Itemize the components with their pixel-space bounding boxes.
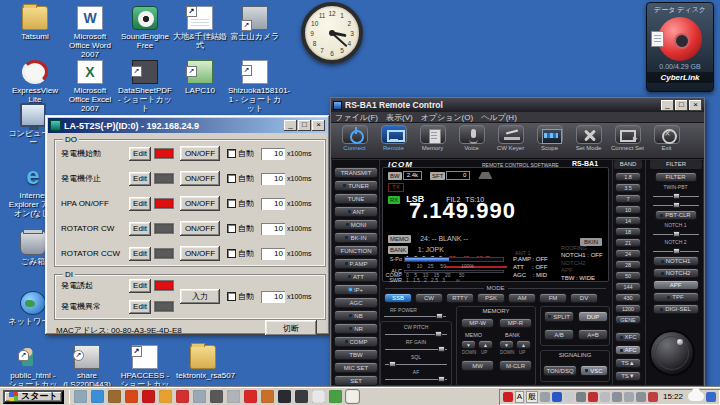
band-button[interactable]: 24 <box>615 249 641 258</box>
desktop-icon[interactable]: tektronix_rsa507 <box>176 345 230 380</box>
band-button[interactable]: 1.8 <box>615 172 641 181</box>
onoff-button[interactable]: ON/OFF <box>180 196 220 211</box>
mode-button[interactable]: RTTY <box>446 293 474 303</box>
slider-handle[interactable] <box>673 231 680 237</box>
tray-icon[interactable] <box>552 392 562 402</box>
quicklaunch-icon[interactable] <box>261 390 274 403</box>
radio-function-button[interactable]: TBW <box>334 349 378 360</box>
band-button[interactable]: 3.5 <box>615 183 641 192</box>
onoff-button[interactable]: ON/OFF <box>180 221 220 236</box>
quicklaunch-icon[interactable] <box>346 390 359 403</box>
radio-function-button[interactable]: ANT <box>334 206 378 217</box>
toolbar-button[interactable]: Exit <box>647 123 686 158</box>
quicklaunch-icon[interactable] <box>142 390 155 403</box>
cyberlink-gadget[interactable]: データ ディスク 0.00/4.29 GB CyberLink <box>646 2 714 92</box>
radio-function-button[interactable]: TUNER <box>334 180 378 191</box>
edit-button[interactable]: Edit <box>129 279 151 293</box>
tray-icon[interactable] <box>503 392 513 402</box>
toolbar-button[interactable]: Connect <box>335 123 374 158</box>
quicklaunch-icon[interactable] <box>227 390 240 403</box>
desktop-icon[interactable]: 大地&千佳結婚式 <box>173 6 227 60</box>
rsba1-titlebar[interactable]: RS-BA1 Remote Control _□× <box>331 98 704 112</box>
memo-down-button[interactable]: ▼ <box>461 340 476 349</box>
slider-handle[interactable] <box>673 193 680 199</box>
clock-gadget[interactable]: 121234567891011 <box>301 2 363 64</box>
filter-function-button[interactable]: TPF <box>653 292 699 302</box>
radio-function-button[interactable]: TUNE <box>334 193 378 204</box>
filter-function-button[interactable]: NOTCH1 <box>653 256 699 266</box>
band-button[interactable]: 7 <box>615 194 641 203</box>
tuning-control-button[interactable]: TS▼ <box>615 371 641 381</box>
menu-item[interactable]: 表示(V) <box>386 112 413 123</box>
desktop-icon[interactable]: Microsoft Office Word 2007 <box>63 6 117 60</box>
radio-function-button[interactable]: SET <box>334 375 378 386</box>
rf-power-slider[interactable] <box>384 312 446 320</box>
onoff-button[interactable]: ON/OFF <box>180 246 220 261</box>
tray-clock[interactable]: 15:22 <box>663 392 683 401</box>
notch2-slider[interactable] <box>653 247 699 254</box>
quicklaunch-icon[interactable] <box>312 390 325 403</box>
pbt-slider[interactable] <box>653 201 699 208</box>
window-button[interactable]: _ <box>661 100 674 111</box>
window-button[interactable]: □ <box>675 100 688 111</box>
tray-icon[interactable] <box>600 392 610 402</box>
interval-input[interactable] <box>261 291 285 303</box>
ime-conversion-mode[interactable]: 般 <box>526 391 538 403</box>
quicklaunch-icon[interactable] <box>329 390 342 403</box>
notch1-slider[interactable] <box>653 230 699 237</box>
desktop-icon[interactable]: Microsoft Office Excel 2007 <box>63 60 117 114</box>
window-button[interactable]: × <box>689 100 702 111</box>
onoff-button[interactable]: ON/OFF <box>180 146 220 161</box>
toolbar-button[interactable]: Voice <box>452 123 491 158</box>
band-button[interactable]: 430 <box>615 293 641 302</box>
tray-icon[interactable] <box>648 392 658 402</box>
band-button[interactable]: GENE <box>615 315 641 324</box>
quicklaunch-icon[interactable] <box>193 390 206 403</box>
quicklaunch-icon[interactable] <box>244 390 257 403</box>
edit-button[interactable]: Edit <box>129 147 151 161</box>
split-button[interactable]: SPLIT <box>544 311 574 322</box>
desktop-icon[interactable]: Tatsumi <box>8 6 62 60</box>
auto-checkbox[interactable] <box>227 292 236 301</box>
auto-checkbox[interactable] <box>227 149 236 158</box>
toolbar-button[interactable]: Remote <box>374 123 413 158</box>
tray-icon[interactable] <box>564 392 574 402</box>
quicklaunch-icon[interactable] <box>74 390 87 403</box>
radio-function-button[interactable]: COMP <box>334 336 378 347</box>
tray-icon[interactable] <box>624 392 634 402</box>
menu-item[interactable]: ファイル(F) <box>335 112 378 123</box>
slider[interactable] <box>385 330 447 338</box>
dialog-titlebar[interactable]: LA-5T2S(-P)(ID:0) - 192.168.24.9 _□× <box>48 118 327 133</box>
auto-checkbox[interactable] <box>227 199 236 208</box>
interval-input[interactable] <box>261 248 285 260</box>
radio-function-button[interactable]: MONI <box>334 219 378 230</box>
mw-button[interactable]: MW <box>461 360 494 371</box>
tray-icon[interactable] <box>636 392 646 402</box>
ime-input-mode[interactable]: A <box>515 391 524 403</box>
filter-function-button[interactable]: DIGI-SEL <box>653 304 699 314</box>
slider[interactable] <box>385 360 447 368</box>
a-b-button[interactable]: A/B <box>544 329 574 340</box>
toolbar-button[interactable]: Scope <box>530 123 569 158</box>
slider-handle[interactable] <box>438 376 445 382</box>
pbt-slider[interactable] <box>653 192 699 199</box>
radio-function-button[interactable]: AGC <box>334 297 378 308</box>
desktop-icon[interactable]: 富士山カメラ <box>228 6 282 60</box>
band-button[interactable]: 28 <box>615 260 641 269</box>
bank-up-button[interactable]: ▲ <box>516 340 531 349</box>
radio-function-button[interactable]: NB <box>334 310 378 321</box>
quicklaunch-icon[interactable] <box>125 390 138 403</box>
vsc-button[interactable]: VSC <box>580 365 608 376</box>
radio-function-button[interactable]: NR <box>334 323 378 334</box>
quicklaunch-icon[interactable] <box>159 390 172 403</box>
mode-button[interactable]: FM <box>539 293 567 303</box>
quicklaunch-icon[interactable] <box>278 390 291 403</box>
edit-button[interactable]: Edit <box>129 222 151 236</box>
quicklaunch-icon[interactable] <box>108 390 121 403</box>
tray-icon[interactable] <box>612 392 622 402</box>
interval-input[interactable] <box>261 173 285 185</box>
edit-button[interactable]: Edit <box>129 247 151 261</box>
slider-handle[interactable] <box>438 346 445 352</box>
m-clr-button[interactable]: M-CLR <box>499 360 532 371</box>
slider-handle[interactable] <box>435 331 442 337</box>
